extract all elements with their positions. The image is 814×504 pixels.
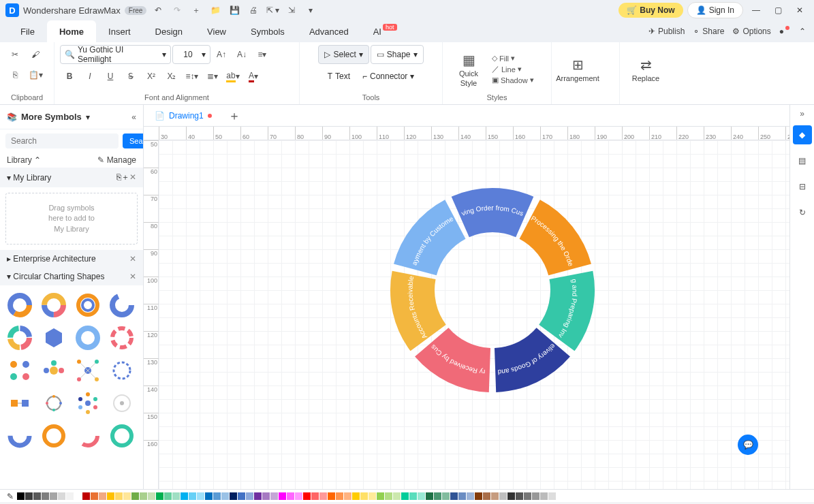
color-swatch[interactable] — [262, 492, 270, 500]
strike-icon[interactable]: S̶ — [121, 67, 140, 86]
search-input[interactable] — [5, 133, 119, 148]
italic-icon[interactable]: I — [80, 67, 99, 86]
color-swatch[interactable] — [221, 492, 229, 500]
shape-item[interactable] — [5, 324, 34, 352]
font-size-selector[interactable]: 10 ▾ — [172, 45, 210, 64]
color-swatch[interactable] — [270, 492, 278, 500]
color-swatch[interactable] — [450, 492, 458, 500]
shape-tool[interactable]: ▭ Shape ▾ — [371, 45, 424, 64]
color-swatch[interactable] — [74, 492, 82, 500]
shape-item[interactable] — [108, 356, 136, 385]
color-swatch[interactable] — [140, 492, 147, 500]
import-icon[interactable]: ⇲ — [284, 3, 299, 18]
close-icon[interactable]: ✕ — [791, 3, 809, 18]
color-swatch[interactable] — [344, 492, 351, 500]
search-button[interactable]: Search — [123, 133, 144, 148]
color-swatch[interactable] — [230, 492, 237, 500]
buy-now-button[interactable]: 🛒 Buy Now — [619, 3, 683, 18]
shape-item[interactable] — [5, 291, 34, 319]
color-swatch[interactable] — [58, 492, 65, 500]
align-icon[interactable]: ≡▾ — [253, 45, 272, 64]
shape-item[interactable] — [108, 324, 136, 352]
color-swatch[interactable] — [254, 492, 262, 500]
color-swatch[interactable] — [524, 492, 531, 500]
undo-icon[interactable]: ↶ — [151, 3, 166, 18]
color-swatch[interactable] — [499, 492, 507, 500]
shape-item[interactable] — [108, 422, 136, 450]
color-swatch[interactable] — [91, 492, 98, 500]
style-panel-icon[interactable]: ◆ — [793, 125, 812, 144]
color-swatch[interactable] — [17, 492, 25, 500]
color-swatch[interactable] — [303, 492, 311, 500]
color-swatch[interactable] — [516, 492, 523, 500]
export-icon[interactable]: ⇱ ▾ — [265, 3, 280, 18]
import-lib-icon[interactable]: ⎘ — [116, 172, 121, 182]
menu-advanced[interactable]: Advanced — [297, 20, 361, 42]
color-swatch[interactable] — [287, 492, 294, 500]
color-swatch[interactable] — [360, 492, 368, 500]
color-swatch[interactable] — [532, 492, 539, 500]
shape-item[interactable] — [74, 291, 102, 319]
font-selector[interactable]: 🔍 Yu Gothic UI Semilight ▾ — [60, 45, 171, 64]
layers-panel-icon[interactable]: ⊟ — [793, 177, 812, 196]
library-toggle[interactable]: Library ⌃ — [7, 155, 41, 165]
drop-zone[interactable]: Drag symbols here to add to My Library — [5, 193, 138, 245]
close-mylib-icon[interactable]: ✕ — [129, 172, 136, 182]
menu-file[interactable]: File — [8, 20, 47, 42]
color-swatch[interactable] — [442, 492, 450, 500]
chat-fab-icon[interactable]: 💬 — [738, 435, 758, 455]
canvas[interactable]: Receiving Order from CustomerProcessing … — [159, 140, 789, 489]
color-swatch[interactable] — [548, 492, 556, 500]
subscript-icon[interactable]: X₂ — [162, 67, 181, 86]
color-swatch[interactable] — [279, 492, 286, 500]
shape-item[interactable] — [74, 389, 102, 418]
menu-view[interactable]: View — [195, 20, 238, 42]
color-swatch[interactable] — [434, 492, 441, 500]
maximize-icon[interactable]: ▢ — [769, 3, 787, 18]
shape-item[interactable] — [40, 291, 68, 319]
doc-tab[interactable]: 📄 Drawing1 — [148, 106, 219, 125]
color-swatch[interactable] — [426, 492, 433, 500]
color-swatch[interactable] — [25, 492, 33, 500]
shape-item[interactable] — [40, 389, 68, 418]
shape-item[interactable] — [74, 422, 102, 450]
color-swatch[interactable] — [156, 492, 163, 500]
color-swatch[interactable] — [115, 492, 123, 500]
color-swatch[interactable] — [507, 492, 515, 500]
save-icon[interactable]: 💾 — [227, 3, 242, 18]
shape-item[interactable] — [74, 324, 102, 352]
color-swatch[interactable] — [467, 492, 474, 500]
color-swatch[interactable] — [295, 492, 302, 500]
color-swatch[interactable] — [123, 492, 131, 500]
highlight-icon[interactable]: ab▾ — [223, 67, 242, 86]
share-button[interactable]: ⚬ Share — [693, 27, 724, 36]
quick-style-button[interactable]: ▦ Quick Style — [448, 52, 489, 87]
notifications-icon[interactable]: ● — [779, 27, 791, 36]
shape-item[interactable] — [108, 291, 136, 319]
shape-item[interactable] — [40, 356, 68, 385]
select-tool[interactable]: ▷ Select ▾ — [318, 45, 369, 64]
color-swatch[interactable] — [336, 492, 343, 500]
dropper-icon[interactable]: ✎ — [7, 492, 14, 501]
line-button[interactable]: ／ Line ▾ — [492, 64, 534, 74]
color-swatch[interactable] — [328, 492, 335, 500]
color-swatch[interactable] — [418, 492, 425, 500]
color-swatch[interactable] — [131, 492, 139, 500]
menu-insert[interactable]: Insert — [96, 20, 143, 42]
connector-tool[interactable]: ⌐ Connector ▾ — [357, 67, 420, 86]
arrangement-button[interactable]: ⊞Arrangement — [557, 57, 598, 82]
color-swatch[interactable] — [197, 492, 204, 500]
circular-section[interactable]: ▾ Circular Charting Shapes ✕ — [0, 268, 143, 285]
print-icon[interactable]: 🖨 — [246, 3, 261, 18]
color-swatch[interactable] — [99, 492, 106, 500]
color-swatch[interactable] — [458, 492, 466, 500]
collapse-ribbon-icon[interactable]: ⌃ — [799, 27, 806, 36]
shadow-button[interactable]: ▣ Shadow ▾ — [492, 76, 534, 84]
menu-ai[interactable]: AIhot — [361, 20, 409, 42]
underline-icon[interactable]: U — [101, 67, 120, 86]
decrease-font-icon[interactable]: A↓ — [232, 45, 251, 64]
color-swatch[interactable] — [352, 492, 360, 500]
new-icon[interactable]: ＋ — [189, 3, 204, 18]
color-swatch[interactable] — [540, 492, 548, 500]
format-painter-icon[interactable]: 🖌 — [26, 45, 45, 64]
